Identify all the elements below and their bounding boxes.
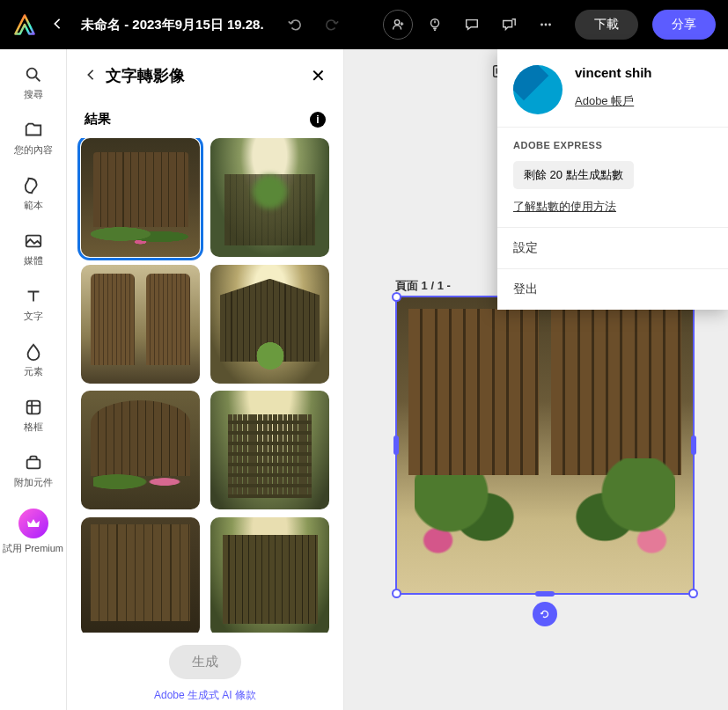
results-grid: [67, 138, 343, 633]
info-icon[interactable]: i: [310, 112, 326, 128]
rail-elements-label: 元素: [24, 365, 43, 378]
invite-icon[interactable]: [383, 10, 413, 40]
canvas-selection[interactable]: [395, 296, 695, 595]
resize-handle-br[interactable]: [688, 589, 698, 598]
download-button[interactable]: 下載: [575, 10, 638, 40]
account-section-title: ADOBE EXPRESS: [513, 140, 712, 150]
app-logo[interactable]: [12, 12, 37, 37]
panel-title: 文字轉影像: [106, 65, 302, 86]
result-tile-4[interactable]: [210, 265, 329, 384]
left-rail: 搜尋 您的內容 範本 媒體 文字 元素 格框 附加元件: [0, 49, 67, 710]
rail-addons[interactable]: 附加元件: [0, 453, 66, 489]
svg-point-2: [540, 24, 543, 26]
rail-search-label: 搜尋: [24, 88, 43, 101]
rail-text[interactable]: 文字: [0, 287, 66, 323]
rail-search[interactable]: 搜尋: [0, 65, 66, 101]
ai-terms-link[interactable]: Adobe 生成式 AI 條款: [154, 688, 256, 703]
text-to-image-panel: 文字轉影像 ✕ 結果 i 生成 Adobe 生成式 AI 條款: [67, 49, 344, 710]
document-title[interactable]: 未命名 - 2023年9月15日 19.28.: [81, 17, 264, 33]
resize-handle-tl[interactable]: [392, 292, 401, 302]
panel-close-button[interactable]: ✕: [311, 65, 326, 86]
resize-handle-l[interactable]: [393, 436, 399, 455]
rail-premium-label: 試用 Premium: [3, 542, 63, 555]
rail-media[interactable]: 媒體: [0, 231, 66, 267]
svg-point-4: [548, 24, 551, 26]
rail-text-label: 文字: [24, 310, 43, 323]
rail-frames-label: 格框: [24, 421, 43, 434]
page-indicator: 頁面 1 / 1 -: [395, 278, 451, 294]
rail-your-content[interactable]: 您的內容: [0, 121, 66, 157]
account-popover: vincent shih Adobe 帳戶 ADOBE EXPRESS 剩餘 2…: [497, 49, 728, 310]
share-out-icon[interactable]: [494, 10, 524, 40]
redo-button[interactable]: [317, 10, 347, 40]
comment-icon[interactable]: [457, 10, 487, 40]
generate-button[interactable]: 生成: [169, 645, 241, 679]
resize-handle-bl[interactable]: [392, 589, 401, 598]
svg-point-0: [394, 20, 399, 25]
avatar[interactable]: [513, 65, 563, 114]
svg-rect-8: [26, 459, 40, 468]
rail-elements[interactable]: 元素: [0, 342, 66, 378]
rail-premium[interactable]: 試用 Premium: [0, 509, 66, 555]
adobe-account-link[interactable]: Adobe 帳戶: [575, 94, 634, 107]
resize-handle-r[interactable]: [691, 436, 696, 455]
crown-icon: [18, 509, 48, 538]
panel-back-button[interactable]: [85, 67, 97, 85]
result-tile-2[interactable]: [210, 138, 329, 257]
settings-item[interactable]: 設定: [497, 227, 728, 268]
back-button[interactable]: [44, 12, 70, 38]
svg-point-3: [545, 24, 548, 26]
revert-button[interactable]: [533, 602, 557, 626]
result-tile-1[interactable]: [81, 138, 200, 257]
result-tile-7[interactable]: [81, 517, 200, 633]
result-tile-8[interactable]: [210, 517, 329, 633]
svg-point-5: [26, 69, 36, 78]
account-name: vincent shih: [575, 65, 652, 80]
logout-item[interactable]: 登出: [497, 268, 728, 310]
rail-your-content-label: 您的內容: [14, 143, 53, 157]
lightbulb-icon[interactable]: [420, 10, 450, 40]
canvas-image[interactable]: [395, 296, 695, 595]
resize-handle-b[interactable]: [535, 591, 555, 597]
result-tile-6[interactable]: [210, 391, 329, 509]
topbar: 未命名 - 2023年9月15日 19.28. 下載 分享: [0, 0, 728, 49]
more-icon[interactable]: [531, 10, 561, 40]
rail-templates[interactable]: 範本: [0, 176, 66, 212]
share-button[interactable]: 分享: [652, 10, 716, 40]
rail-templates-label: 範本: [24, 199, 43, 212]
svg-rect-7: [26, 401, 40, 414]
credits-help-link[interactable]: 了解點數的使用方法: [513, 200, 616, 213]
undo-button[interactable]: [280, 10, 310, 40]
svg-point-1: [431, 19, 439, 27]
results-heading: 結果: [85, 111, 111, 128]
credits-badge: 剩餘 20 點生成點數: [513, 161, 634, 189]
rail-addons-label: 附加元件: [14, 476, 53, 489]
result-tile-3[interactable]: [81, 265, 200, 384]
rail-frames[interactable]: 格框: [0, 398, 66, 434]
rail-media-label: 媒體: [24, 254, 43, 267]
result-tile-5[interactable]: [81, 391, 200, 509]
